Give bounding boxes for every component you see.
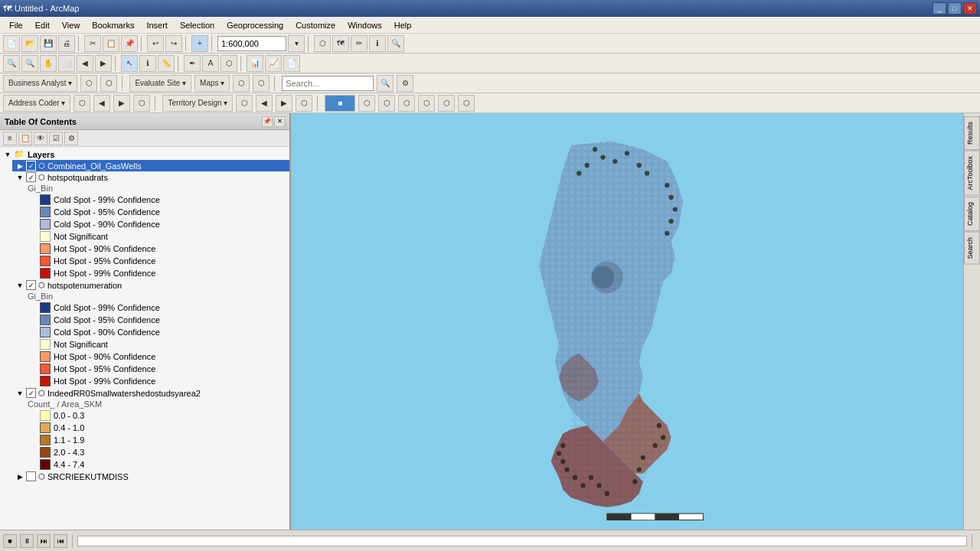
addr-icon2[interactable]: ◀ — [93, 95, 110, 112]
menu-file[interactable]: File — [3, 19, 29, 31]
layers-root[interactable]: ▼ 📁 Layers — [0, 148, 289, 160]
color-btn[interactable]: ■ — [325, 95, 355, 112]
menu-insert[interactable]: Insert — [140, 19, 174, 31]
list-by-selection[interactable]: ☑ — [49, 132, 63, 145]
list-by-source[interactable]: 📋 — [18, 132, 32, 145]
label-btn[interactable]: A — [202, 55, 219, 72]
terr-icon2[interactable]: ◀ — [256, 95, 273, 112]
expand-srcrieekut[interactable]: ▶ — [15, 472, 24, 481]
checkbox-srcrieekut[interactable] — [26, 471, 36, 481]
maps-dropdown[interactable]: Maps ▾ — [194, 75, 230, 92]
status-btn1[interactable]: ■ — [3, 534, 17, 548]
copy-button[interactable]: 📋 — [103, 35, 119, 52]
toc-pin[interactable]: 📌 — [262, 116, 273, 127]
map-tools[interactable]: 🗺 — [332, 35, 349, 52]
scale-input[interactable] — [217, 36, 286, 51]
back-btn[interactable]: ◀ — [77, 55, 93, 72]
save-button[interactable]: 💾 — [40, 35, 57, 52]
maximize-button[interactable]: □ — [948, 2, 962, 15]
evaluate-site-dropdown[interactable]: Evaluate Site ▾ — [129, 75, 191, 92]
map-area[interactable] — [291, 113, 963, 530]
search-button[interactable]: 🔍 — [377, 75, 394, 92]
menu-customize[interactable]: Customize — [289, 19, 341, 31]
terr-btn8[interactable]: ⬡ — [418, 95, 435, 112]
print-button[interactable]: 🖨 — [58, 35, 75, 52]
terr-btn7[interactable]: ⬡ — [398, 95, 415, 112]
menu-bookmarks[interactable]: Bookmarks — [86, 19, 140, 31]
address-coder-dropdown[interactable]: Address Coder ▾ — [3, 95, 70, 112]
undo-button[interactable]: ↩ — [147, 35, 164, 52]
terr-icon1[interactable]: ⬡ — [236, 95, 253, 112]
list-by-visibility[interactable]: 👁 — [34, 132, 47, 145]
full-extent-btn[interactable]: ⬜ — [58, 55, 75, 72]
terr-btn6[interactable]: ⬡ — [378, 95, 395, 112]
maps-icon2[interactable]: ⬡ — [253, 75, 270, 92]
expand-layers[interactable]: ▼ — [3, 150, 12, 159]
terr-icon3[interactable]: ▶ — [276, 95, 292, 112]
cut-button[interactable]: ✂ — [84, 35, 101, 52]
menu-windows[interactable]: Windows — [341, 19, 388, 31]
addr-icon4[interactable]: ⬡ — [133, 95, 150, 112]
ba-icon2[interactable]: ⬡ — [100, 75, 117, 92]
layer-hotspotenumeration[interactable]: ▼ ✓ ⬡ hotspotenumeration — [12, 279, 289, 291]
search-input[interactable] — [282, 76, 374, 91]
pan-btn[interactable]: ✋ — [40, 55, 57, 72]
arctoolbox-tab[interactable]: ArcToolbox — [964, 151, 980, 196]
results-tab[interactable]: Results — [964, 116, 980, 150]
checkbox-hotspotenumeration[interactable]: ✓ — [26, 280, 36, 290]
expand-hotspotenumeration[interactable]: ▼ — [15, 281, 24, 290]
territory-design-dropdown[interactable]: Territory Design ▾ — [162, 95, 233, 112]
terr-btn10[interactable]: ⬡ — [458, 95, 475, 112]
zoom-in-btn[interactable]: 🔍 — [3, 55, 20, 72]
zoom-full[interactable]: ⬡ — [314, 35, 331, 52]
editor-btn[interactable]: ✏ — [351, 35, 368, 52]
menu-view[interactable]: View — [56, 19, 87, 31]
addr-icon3[interactable]: ▶ — [113, 95, 130, 112]
expand-indeedrr[interactable]: ▼ — [15, 389, 24, 398]
list-by-drawing-order[interactable]: ≡ — [3, 132, 17, 145]
layer-srcrieekut[interactable]: ▶ ⬡ SRCRIEEKUTMDISS — [12, 471, 289, 482]
toc-content[interactable]: ▼ 📁 Layers ▶ ✓ ⬡ Combined_Oil_GasWells ▼… — [0, 147, 289, 530]
expand-combined[interactable]: ▶ — [15, 161, 24, 171]
addr-icon1[interactable]: ⬡ — [74, 95, 90, 112]
find-btn[interactable]: 🔍 — [387, 35, 404, 52]
report-btn[interactable]: 📄 — [283, 55, 300, 72]
draw-btn[interactable]: ✒ — [184, 55, 201, 72]
forward-btn[interactable]: ▶ — [95, 55, 112, 72]
options-btn[interactable]: ⚙ — [64, 132, 78, 145]
status-btn4[interactable]: ⏮ — [54, 534, 67, 548]
terr-btn9[interactable]: ⬡ — [438, 95, 455, 112]
layer-combined-oil[interactable]: ▶ ✓ ⬡ Combined_Oil_GasWells — [12, 160, 289, 171]
catalog-tab[interactable]: Catalog — [964, 197, 980, 231]
redo-button[interactable]: ↪ — [165, 35, 182, 52]
paste-button[interactable]: 📌 — [121, 35, 138, 52]
graphics-btn[interactable]: ⬡ — [220, 55, 237, 72]
status-btn2[interactable]: ⏸ — [20, 534, 34, 548]
toc-close[interactable]: ✕ — [274, 116, 285, 127]
zoom-out-btn[interactable]: 🔍 — [21, 55, 38, 72]
status-btn3[interactable]: ⏭ — [37, 534, 51, 548]
search-tab[interactable]: Search — [964, 232, 980, 265]
identify-tool[interactable]: ℹ — [139, 55, 156, 72]
terr-btn5[interactable]: ⬡ — [358, 95, 375, 112]
menu-selection[interactable]: Selection — [174, 19, 220, 31]
add-data-button[interactable]: + — [191, 35, 208, 52]
maps-icon[interactable]: ⬡ — [233, 75, 250, 92]
checkbox-hotspotquadrats[interactable]: ✓ — [26, 172, 36, 182]
table-btn[interactable]: 📊 — [247, 55, 263, 72]
identify-btn[interactable]: ℹ — [369, 35, 386, 52]
menu-edit[interactable]: Edit — [29, 19, 56, 31]
graph-btn[interactable]: 📈 — [265, 55, 282, 72]
expand-hotspotquadrats[interactable]: ▼ — [15, 173, 24, 182]
menu-geoprocessing[interactable]: Geoprocessing — [220, 19, 289, 31]
minimize-button[interactable]: _ — [933, 2, 946, 15]
layer-hotspotquadrats[interactable]: ▼ ✓ ⬡ hotspotquadrats — [12, 171, 289, 183]
measure-btn[interactable]: 📏 — [158, 55, 175, 72]
menu-help[interactable]: Help — [388, 19, 418, 31]
select-btn[interactable]: ↖ — [121, 55, 138, 72]
new-button[interactable]: 📄 — [3, 35, 20, 52]
open-button[interactable]: 📂 — [21, 35, 38, 52]
business-analyst-dropdown[interactable]: Business Analyst ▾ — [3, 75, 77, 92]
terr-icon4[interactable]: ⬡ — [296, 95, 312, 112]
layer-indeedrr[interactable]: ▼ ✓ ⬡ IndeedRR0Smallwatershedostudsyarea… — [12, 387, 289, 399]
